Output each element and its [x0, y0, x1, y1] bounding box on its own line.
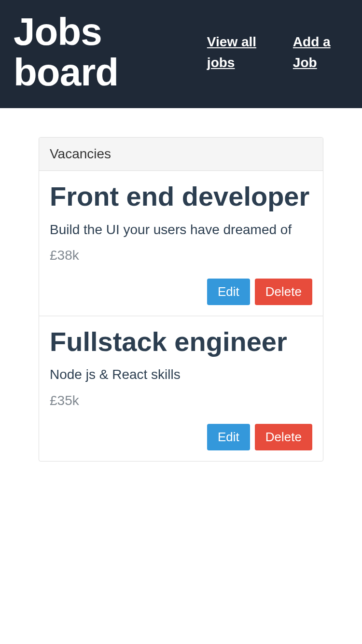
panel-heading: Vacancies — [39, 138, 323, 171]
job-card: Fullstack engineer Node js & React skill… — [39, 316, 323, 461]
page-title: Jobs board — [14, 12, 207, 93]
job-salary: £38k — [50, 248, 312, 263]
view-all-jobs-link[interactable]: View all jobs — [207, 31, 270, 73]
edit-button[interactable]: Edit — [207, 279, 250, 305]
job-title: Front end developer — [50, 182, 312, 211]
job-title: Fullstack engineer — [50, 327, 312, 357]
header-nav: View all jobs Add a Job — [207, 31, 348, 73]
add-job-link[interactable]: Add a Job — [293, 31, 348, 73]
job-salary: £35k — [50, 393, 312, 408]
main-container: Vacancies Front end developer Build the … — [0, 108, 362, 490]
job-description: Node js & React skills — [50, 365, 312, 384]
job-description: Build the UI your users have dreamed of — [50, 220, 312, 239]
job-actions: Edit Delete — [50, 424, 312, 450]
job-actions: Edit Delete — [50, 279, 312, 305]
vacancies-panel: Vacancies Front end developer Build the … — [39, 137, 323, 462]
delete-button[interactable]: Delete — [255, 424, 312, 450]
delete-button[interactable]: Delete — [255, 279, 312, 305]
header: Jobs board View all jobs Add a Job — [0, 0, 362, 108]
job-card: Front end developer Build the UI your us… — [39, 171, 323, 316]
edit-button[interactable]: Edit — [207, 424, 250, 450]
